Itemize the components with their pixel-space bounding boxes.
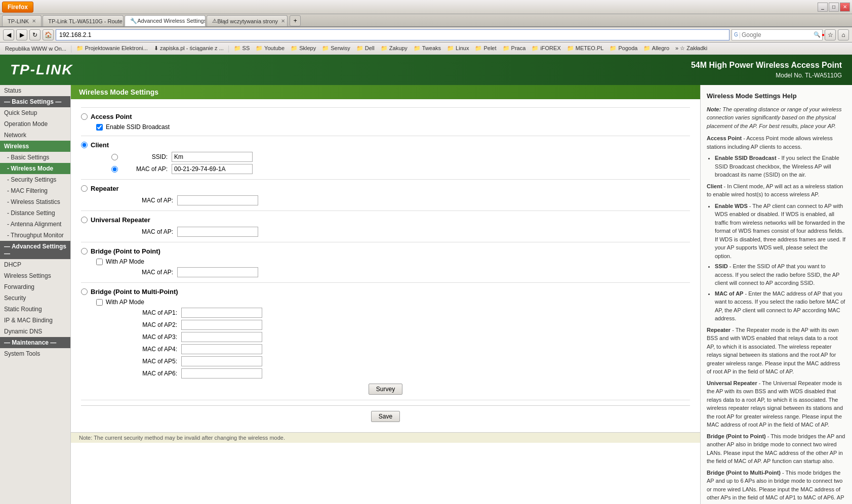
maximize-btn[interactable]: □	[829, 3, 839, 12]
forward-button[interactable]: ▶	[16, 29, 27, 40]
bookmark-iforex[interactable]: 📁 iFOREX	[530, 45, 562, 52]
bookmark-republika[interactable]: Republika WWW w On...	[3, 46, 68, 52]
universal-repeater-mac-input[interactable]	[177, 227, 258, 237]
bridge-p2mp-ap-checkbox[interactable]	[96, 299, 103, 306]
back-button[interactable]: ◀	[3, 29, 14, 40]
universal-repeater-radio[interactable]	[81, 217, 88, 223]
bridge-p2p-ap-checkbox[interactable]	[96, 259, 103, 265]
save-button[interactable]: Save	[371, 411, 400, 422]
star-button[interactable]: ☆	[825, 29, 836, 40]
sidebar-item-dynamic-dns[interactable]: Dynamic DNS	[0, 326, 70, 337]
sidebar-item-basic-settings[interactable]: - Basic Settings	[0, 152, 70, 163]
client-ssid-radio[interactable]	[111, 154, 118, 160]
bookmark-serwisy[interactable]: 📁 Serwisy	[320, 45, 352, 52]
ssid-broadcast-label: Enable SSID Broadcast	[106, 123, 170, 131]
mac-input[interactable]	[172, 164, 253, 174]
bookmark-youtube[interactable]: 📁 Youtube	[254, 45, 287, 52]
sidebar-item-security[interactable]: Security	[0, 292, 70, 304]
ssid-broadcast-checkbox[interactable]	[96, 124, 103, 131]
minimize-btn[interactable]: _	[818, 3, 828, 12]
search-box: G | 🔍 ●	[732, 29, 823, 40]
sidebar-item-antenna-alignment[interactable]: - Antenna Alignment	[0, 219, 70, 230]
help-ap-list: Enable SSID Broadcast - If you select th…	[715, 154, 846, 179]
sidebar-item-forwarding[interactable]: Forwarding	[0, 281, 70, 292]
sidebar-item-wireless-statistics[interactable]: - Wireless Statistics	[0, 196, 70, 207]
bookmark-pelet[interactable]: 📁 Pelet	[473, 45, 498, 52]
tab-error[interactable]: ⚠ Błąd wczytywania strony ✕	[207, 15, 288, 26]
client-radio[interactable]	[81, 142, 88, 148]
note-bar: Note: The current security method may be…	[71, 432, 700, 443]
bridge-p2mp-ap-option: With AP Mode	[96, 299, 690, 306]
tab-route[interactable]: TP-Link TL-WA5110G - Route... ✕	[43, 15, 124, 26]
tab-close-icon[interactable]: ✕	[281, 18, 285, 24]
bookmark-tweaks[interactable]: 📁 Tweaks	[412, 45, 443, 52]
tp-link-product: 54M High Power Wireless Access Point Mod…	[691, 60, 842, 79]
help-repeater-text: Repeater - The Repeater mode is the AP w…	[707, 326, 846, 376]
survey-button[interactable]: Survey	[369, 384, 402, 395]
add-tab-button[interactable]: +	[290, 15, 301, 26]
mac-ap6-label: MAC of AP6:	[142, 370, 177, 377]
bridge-p2mp-mac1-row: MAC of AP1:	[142, 308, 690, 318]
mac-ap5-input[interactable]	[181, 356, 262, 366]
help-ap-text: Access Point - Access Point mode allows …	[707, 134, 846, 151]
bridge-p2mp-mac2-row: MAC of AP2:	[142, 320, 690, 330]
bookmark-praca[interactable]: 📁 Praca	[501, 45, 528, 52]
sidebar-item-quick-setup[interactable]: Quick Setup	[0, 107, 70, 118]
sidebar-item-system-tools[interactable]: System Tools	[0, 348, 70, 359]
bookmark-projektowanie[interactable]: 📁 Projektowanie Elektroni...	[74, 45, 150, 52]
sidebar-item-network[interactable]: Network	[0, 130, 70, 141]
search-icon[interactable]: 🔍	[814, 31, 821, 38]
sidebar-item-dhcp[interactable]: DHCP	[0, 259, 70, 270]
bridge-p2p-mac-input[interactable]	[177, 267, 258, 277]
tab-tp-link[interactable]: TP-LINK ✕	[2, 15, 42, 26]
bookmark-pogoda[interactable]: 📁 Pogoda	[607, 45, 639, 52]
bridge-p2p-radio[interactable]	[81, 248, 88, 255]
sidebar-item-ip-mac-binding[interactable]: IP & MAC Binding	[0, 315, 70, 326]
mac-ap6-input[interactable]	[181, 368, 262, 379]
bookmark-meteo[interactable]: 📁 METEO.PL	[565, 45, 606, 52]
bookmark-dell[interactable]: 📁 Dell	[354, 45, 377, 52]
tab-advanced-wireless[interactable]: 🔧 Advanced Wireless Settings ✕	[125, 15, 206, 26]
close-btn[interactable]: ✕	[840, 3, 850, 12]
bridge-p2mp-mac6-row: MAC of AP6:	[142, 368, 690, 379]
sidebar-item-wireless[interactable]: Wireless	[0, 141, 70, 152]
sidebar-item-status[interactable]: Status	[0, 85, 70, 96]
client-mac-radio[interactable]	[111, 166, 118, 173]
bridge-p2p-mac-label: MAC of AP:	[142, 269, 173, 276]
sidebar-item-distance-setting[interactable]: - Distance Setting	[0, 207, 70, 219]
mac-ap1-input[interactable]	[181, 308, 262, 318]
sidebar-item-wireless-settings[interactable]: Wireless Settings	[0, 270, 70, 281]
sidebar-item-static-routing[interactable]: Static Routing	[0, 304, 70, 315]
search-input[interactable]	[742, 31, 813, 38]
firefox-button[interactable]: Firefox	[2, 2, 33, 13]
sidebar-item-mac-filtering[interactable]: - MAC Filtering	[0, 185, 70, 196]
tab-label: TP-LINK	[8, 18, 29, 24]
bookmark-sklepy[interactable]: 📁 Sklepy	[289, 45, 318, 52]
sidebar-item-security-settings[interactable]: - Security Settings	[0, 174, 70, 185]
bookmark-zakupy[interactable]: 📁 Zakupy	[379, 45, 410, 52]
sidebar-item-operation-mode[interactable]: Operation Mode	[0, 118, 70, 130]
tab-close-icon[interactable]: ✕	[32, 18, 36, 24]
bridge-p2mp-radio[interactable]	[81, 288, 88, 295]
ssid-input[interactable]	[172, 152, 253, 162]
mac-ap4-input[interactable]	[181, 344, 262, 354]
address-input[interactable]	[56, 29, 729, 40]
bookmark-ss[interactable]: 📁 SS	[232, 45, 252, 52]
sidebar-item-throughput-monitor[interactable]: - Throughput Monitor	[0, 230, 70, 241]
ap-radio[interactable]	[81, 113, 88, 120]
sidebar-item-wireless-mode[interactable]: - Wireless Mode	[0, 163, 70, 174]
tp-link-header: TP-LINK 54M High Power Wireless Access P…	[0, 55, 852, 85]
repeater-mac-input[interactable]	[177, 195, 258, 205]
bookmark-zapiska[interactable]: ⬇ zapiska.pl - ściąganie z ...	[152, 45, 226, 52]
mac-ap3-input[interactable]	[181, 332, 262, 342]
bookmark-more[interactable]: » ☆ Zakładki	[673, 45, 709, 52]
home-button[interactable]: 🏠	[43, 29, 54, 40]
bookmark-linux[interactable]: 📁 Linux	[445, 45, 471, 52]
mac-ap2-label: MAC of AP2:	[142, 321, 177, 328]
content-area: Status — Basic Settings — Quick Setup Op…	[0, 85, 852, 504]
home-nav-button[interactable]: ⌂	[838, 29, 849, 40]
repeater-radio[interactable]	[81, 185, 88, 192]
bookmark-allegro[interactable]: 📁 Allegro	[641, 45, 671, 52]
mac-ap2-input[interactable]	[181, 320, 262, 330]
reload-button[interactable]: ↻	[29, 29, 40, 40]
